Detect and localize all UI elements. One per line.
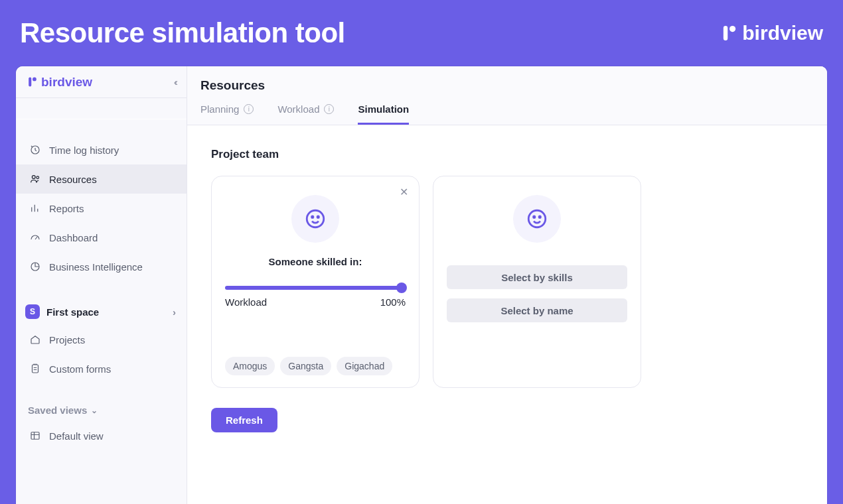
skill-chip[interactable]: Amogus [225,357,275,375]
smile-icon [526,208,548,230]
tab-simulation[interactable]: Simulation [358,103,409,125]
card-heading: Someone skilled in: [269,256,362,267]
avatar-placeholder [291,195,339,243]
clipboard-icon [29,363,41,375]
svg-point-6 [37,176,39,179]
banner-brand-text: birdview [742,22,823,44]
tab-planning[interactable]: Planning i [200,103,254,125]
space-badge: S [25,304,40,319]
bar-chart-icon [29,202,41,214]
svg-rect-9 [31,432,39,440]
skill-chips: Amogus Gangsta Gigachad [225,357,392,375]
svg-rect-8 [33,365,38,373]
tab-label: Simulation [358,103,409,115]
space-label: First space [46,306,99,318]
slider-value-text: 100% [380,296,406,308]
tab-label: Workload [277,103,319,115]
main-header: Resources Planning i Workload i Simulati… [187,66,827,125]
workload-slider[interactable]: Workload 100% [225,286,406,308]
info-icon[interactable]: i [324,104,334,114]
sidebar: birdview ‹‹ Time log history Resources R… [16,66,187,504]
table-icon [29,430,41,442]
tab-workload[interactable]: Workload i [277,103,334,125]
nav-resources[interactable]: Resources [16,164,187,194]
svg-point-12 [317,216,319,218]
tabs: Planning i Workload i Simulation [200,103,814,125]
collapse-sidebar-icon[interactable]: ‹‹ [174,77,176,88]
space-first-space[interactable]: S First space › [16,298,187,325]
people-icon [29,173,41,185]
nav-projects[interactable]: Projects [16,325,187,354]
skill-chip[interactable]: Gangsta [280,357,331,375]
banner-title: Resource simulation tool [20,17,345,49]
pie-chart-icon [29,261,41,273]
tab-label: Planning [200,103,239,115]
section-title: Project team [211,148,803,161]
nav-reports[interactable]: Reports [16,194,187,223]
select-by-name-button[interactable]: Select by name [447,298,627,322]
nav-label: Default view [49,430,104,442]
chevron-right-icon: › [173,306,176,318]
banner-logo: birdview [722,22,823,44]
clock-history-icon [29,144,41,156]
saved-views-label: Saved views [28,405,87,416]
saved-views-header[interactable]: Saved views ⌄ [16,405,187,421]
nav-label: Custom forms [49,363,111,375]
sidebar-brand-text: birdview [41,75,92,90]
avatar-placeholder [513,195,561,243]
nav-business-intelligence[interactable]: Business Intelligence [16,252,187,281]
nav-label: Business Intelligence [49,261,143,273]
home-icon [29,334,41,346]
sidebar-spacer [16,98,187,119]
svg-point-11 [312,216,313,218]
content-area: Project team ✕ Someone skilled in: [187,125,827,504]
nav-label: Dashboard [49,232,98,243]
chevron-down-icon: ⌄ [91,406,98,415]
birdview-mark-icon [722,23,737,43]
gauge-icon [29,231,41,243]
main-area: Resources Planning i Workload i Simulati… [187,66,827,504]
team-card-skilled: ✕ Someone skilled in: Workload 10 [211,176,420,388]
slider-label-text: Workload [225,296,267,308]
nav-default-view[interactable]: Default view [16,421,187,450]
team-cards: ✕ Someone skilled in: Workload 10 [211,176,803,388]
svg-point-15 [539,216,540,218]
birdview-mark-icon [28,76,37,88]
nav-label: Projects [49,334,85,346]
nav-dashboard[interactable]: Dashboard [16,223,187,252]
page-banner: Resource simulation tool birdview [0,0,843,66]
svg-point-3 [33,78,37,82]
svg-point-14 [534,216,535,218]
svg-point-1 [729,26,735,32]
slider-thumb[interactable] [396,283,407,293]
svg-rect-0 [724,26,728,40]
refresh-button[interactable]: Refresh [211,408,277,432]
skill-chip[interactable]: Gigachad [337,357,392,375]
sidebar-logo[interactable]: birdview [28,75,92,90]
svg-point-13 [528,210,546,227]
page-title: Resources [200,78,814,93]
info-icon[interactable]: i [244,104,254,114]
sidebar-spaces: S First space › Projects Custom forms [16,298,187,383]
nav-time-log-history[interactable]: Time log history [16,135,187,164]
close-icon[interactable]: ✕ [400,186,408,198]
team-card-empty: Select by skills Select by name [433,176,641,388]
nav-custom-forms[interactable]: Custom forms [16,354,187,383]
smile-icon [304,208,327,230]
svg-rect-2 [29,78,31,87]
select-by-skills-button[interactable]: Select by skills [447,265,627,289]
svg-point-5 [32,176,35,179]
sidebar-header: birdview ‹‹ [16,66,187,98]
app-frame: birdview ‹‹ Time log history Resources R… [16,66,827,504]
nav-label: Time log history [49,145,119,156]
slider-labels: Workload 100% [225,296,406,308]
slider-track [225,286,406,290]
svg-point-10 [307,210,324,227]
sidebar-nav: Time log history Resources Reports Dashb… [16,119,187,450]
nav-label: Reports [49,203,84,214]
select-buttons: Select by skills Select by name [447,265,627,322]
nav-label: Resources [49,174,97,185]
